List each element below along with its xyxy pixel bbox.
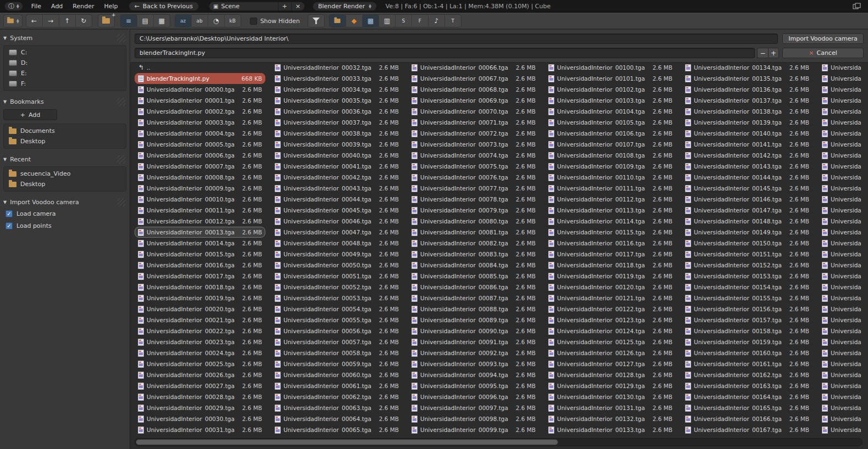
filter-folders-button[interactable]: [330, 15, 346, 27]
file-row[interactable]: Universida: [819, 282, 868, 293]
file-row[interactable]: UniversidadInterior_00121.tga2.6 MB: [545, 293, 676, 304]
file-row[interactable]: UniversidadInterior_00022.tga2.6 MB: [135, 325, 265, 336]
load-points-checkbox[interactable]: ✓: [5, 222, 13, 229]
recent-item-desktop[interactable]: Desktop: [4, 179, 126, 189]
editor-type-button[interactable]: ▲▼: [3, 14, 23, 27]
file-row[interactable]: UniversidadInterior_00162.tga2.6 MB: [682, 369, 813, 380]
file-row[interactable]: UniversidadInterior_00003.tga2.6 MB: [135, 117, 265, 128]
file-row[interactable]: UniversidadInterior_00038.tga2.6 MB: [271, 128, 402, 139]
sort-time-button[interactable]: ◔: [208, 15, 224, 27]
sort-extension-button[interactable]: ab: [191, 15, 208, 27]
file-row[interactable]: UniversidadInterior_00130.tga2.6 MB: [545, 391, 676, 402]
file-row[interactable]: UniversidadInterior_00056.tga2.6 MB: [271, 325, 402, 336]
panel-grip[interactable]: [117, 155, 125, 164]
file-row[interactable]: UniversidadInterior_00014.tga2.6 MB: [135, 238, 265, 249]
filename-field[interactable]: blenderTrackingInt.py: [135, 48, 755, 58]
file-row[interactable]: UniversidadInterior_00114.tga2.6 MB: [545, 216, 676, 227]
file-row[interactable]: UniversidadInterior_00083.tga2.6 MB: [408, 249, 539, 260]
file-row[interactable]: UniversidadInterior_00167.tga2.6 MB: [682, 424, 813, 435]
file-row[interactable]: UniversidadInterior_00135.tga2.6 MB: [682, 73, 813, 84]
file-row[interactable]: UniversidadInterior_00117.tga2.6 MB: [545, 249, 676, 260]
filter-files-button[interactable]: [308, 14, 325, 27]
file-row[interactable]: UniversidadInterior_00092.tga2.6 MB: [408, 347, 539, 358]
refresh-button[interactable]: ↻: [75, 15, 92, 27]
file-row[interactable]: UniversidadInterior_00009.tga2.6 MB: [135, 183, 265, 194]
file-row[interactable]: UniversidadInterior_00139.tga2.6 MB: [682, 117, 813, 128]
file-row[interactable]: UniversidadInterior_00086.tga2.6 MB: [408, 282, 539, 293]
file-row[interactable]: UniversidadInterior_00155.tga2.6 MB: [682, 293, 813, 304]
browse-scene-button[interactable]: ▣ Scene: [209, 2, 277, 10]
filter-blend-button[interactable]: ◆: [346, 15, 362, 27]
display-short-list-button[interactable]: ≡: [121, 15, 137, 27]
filter-movies-button[interactable]: ▥: [379, 15, 395, 27]
filter-text-button[interactable]: T: [444, 15, 461, 27]
file-row[interactable]: Universida: [819, 73, 868, 84]
file-row[interactable]: UniversidadInterior_00055.tga2.6 MB: [271, 315, 402, 325]
file-row[interactable]: UniversidadInterior_00150.tga2.6 MB: [682, 238, 813, 249]
file-row[interactable]: UniversidadInterior_00129.tga2.6 MB: [545, 380, 676, 391]
file-row[interactable]: UniversidadInterior_00166.tga2.6 MB: [682, 413, 813, 424]
file-row[interactable]: UniversidadInterior_00132.tga2.6 MB: [545, 413, 676, 424]
file-row[interactable]: UniversidadInterior_00124.tga2.6 MB: [545, 325, 676, 336]
file-row[interactable]: UniversidadInterior_00061.tga2.6 MB: [271, 380, 402, 391]
file-row[interactable]: Universida: [819, 95, 868, 106]
show-hidden-toggle[interactable]: Show Hidden: [250, 18, 300, 25]
file-row[interactable]: UniversidadInterior_00041.tga2.6 MB: [271, 161, 402, 172]
file-row[interactable]: UniversidadInterior_00057.tga2.6 MB: [271, 336, 402, 347]
file-row[interactable]: UniversidadInterior_00089.tga2.6 MB: [408, 315, 539, 325]
file-row[interactable]: UniversidadInterior_00031.tga2.6 MB: [135, 424, 265, 435]
file-row[interactable]: UniversidadInterior_00136.tga2.6 MB: [682, 84, 813, 95]
file-row[interactable]: UniversidadInterior_00165.tga2.6 MB: [682, 402, 813, 413]
file-row[interactable]: UniversidadInterior_00006.tga2.6 MB: [135, 150, 265, 161]
file-row[interactable]: UniversidadInterior_00076.tga2.6 MB: [408, 172, 539, 183]
file-row[interactable]: UniversidadInterior_00053.tga2.6 MB: [271, 293, 402, 304]
file-row[interactable]: UniversidadInterior_00113.tga2.6 MB: [545, 205, 676, 216]
file-row[interactable]: UniversidadInterior_00137.tga2.6 MB: [682, 95, 813, 106]
file-row[interactable]: UniversidadInterior_00015.tga2.6 MB: [135, 249, 265, 260]
file-row[interactable]: UniversidadInterior_00118.tga2.6 MB: [545, 260, 676, 271]
panel-header-recent[interactable]: ▼ Recent: [3, 154, 126, 165]
file-row[interactable]: UniversidadInterior_00164.tga2.6 MB: [682, 391, 813, 402]
file-row[interactable]: Universida: [819, 260, 868, 271]
drive-item-d[interactable]: D:: [4, 58, 126, 68]
sort-alphabetical-button[interactable]: az: [175, 15, 191, 27]
file-row[interactable]: UniversidadInterior_00153.tga2.6 MB: [682, 271, 813, 282]
horizontal-scrollbar[interactable]: [135, 438, 863, 446]
file-row[interactable]: UniversidadInterior_00105.tga2.6 MB: [545, 117, 676, 128]
recent-item-secuencia-video[interactable]: secuencia_Video: [4, 169, 126, 179]
file-row[interactable]: UniversidadInterior_00075.tga2.6 MB: [408, 161, 539, 172]
file-row[interactable]: UniversidadInterior_00104.tga2.6 MB: [545, 106, 676, 117]
decrement-filename-button[interactable]: −: [757, 48, 768, 58]
panel-grip[interactable]: [117, 198, 125, 206]
file-row[interactable]: UniversidadInterior_00090.tga2.6 MB: [408, 325, 539, 336]
file-row[interactable]: UniversidadInterior_00101.tga2.6 MB: [545, 73, 676, 84]
file-row[interactable]: UniversidadInterior_00037.tga2.6 MB: [271, 117, 402, 128]
file-row[interactable]: UniversidadInterior_00067.tga2.6 MB: [408, 73, 539, 84]
file-row[interactable]: UniversidadInterior_00098.tga2.6 MB: [408, 413, 539, 424]
file-row[interactable]: UniversidadInterior_00040.tga2.6 MB: [271, 150, 402, 161]
file-row[interactable]: Universida: [819, 293, 868, 304]
back-to-previous-button[interactable]: ← Back to Previous: [129, 2, 199, 11]
file-row[interactable]: UniversidadInterior_00027.tga2.6 MB: [135, 380, 265, 391]
file-row[interactable]: UniversidadInterior_00123.tga2.6 MB: [545, 315, 676, 325]
file-row[interactable]: UniversidadInterior_00052.tga2.6 MB: [271, 282, 402, 293]
load-camera-checkbox[interactable]: ✓: [5, 210, 13, 217]
filter-scripts-button[interactable]: S: [395, 15, 411, 27]
file-row[interactable]: UniversidadInterior_00024.tga2.6 MB: [135, 347, 265, 358]
file-row[interactable]: UniversidadInterior_00082.tga2.6 MB: [408, 238, 539, 249]
file-row[interactable]: UniversidadInterior_00064.tga2.6 MB: [271, 413, 402, 424]
file-row[interactable]: Universida: [819, 249, 868, 260]
file-row[interactable]: UniversidadInterior_00045.tga2.6 MB: [271, 205, 402, 216]
file-row[interactable]: UniversidadInterior_00059.tga2.6 MB: [271, 358, 402, 369]
file-row[interactable]: Universida: [819, 402, 868, 413]
create-directory-button[interactable]: +: [98, 14, 115, 27]
display-thumbnails-button[interactable]: ▦: [153, 15, 170, 27]
file-row[interactable]: UniversidadInterior_00028.tga2.6 MB: [135, 391, 265, 402]
file-row[interactable]: UniversidadInterior_00078.tga2.6 MB: [408, 194, 539, 205]
file-row[interactable]: UniversidadInterior_00096.tga2.6 MB: [408, 391, 539, 402]
file-row[interactable]: Universida: [819, 128, 868, 139]
file-row[interactable]: UniversidadInterior_00016.tga2.6 MB: [135, 260, 265, 271]
directory-path-field[interactable]: C:\Users\ebarranko\Desktop\Universidad I…: [135, 33, 778, 44]
file-row[interactable]: Universida: [819, 194, 868, 205]
file-row[interactable]: UniversidadInterior_00032.tga2.6 MB: [271, 62, 402, 73]
